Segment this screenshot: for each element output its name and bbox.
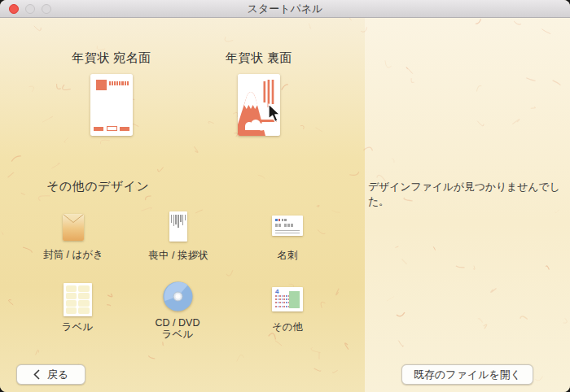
- design-item-nenga-address-side[interactable]: 年賀状 宛名面: [59, 50, 164, 136]
- design-item-labels[interactable]: ラベル: [37, 283, 118, 334]
- cd-dvd-label-line2: ラベル: [162, 329, 193, 340]
- back-button-label: 戻る: [47, 368, 68, 382]
- zipcode-boxes: [109, 81, 129, 85]
- design-item-other[interactable]: 4 その他: [247, 285, 328, 334]
- labels-label: ラベル: [62, 320, 93, 334]
- envelope-hagaki-label: 封筒 / はがき: [43, 248, 103, 262]
- misc-card-green-block: [289, 291, 300, 308]
- business-card-icon: [272, 216, 303, 236]
- minimize-button[interactable]: [25, 4, 35, 14]
- chevron-left-icon: [33, 369, 40, 380]
- titlebar: スタートパネル: [0, 0, 570, 18]
- design-item-nenga-back-side[interactable]: 年賀状 裏面: [206, 50, 312, 136]
- traffic-lights: [9, 4, 51, 14]
- design-item-mourning-greeting[interactable]: 喪中 / 挨拶状: [138, 210, 219, 263]
- envelope-icon: [63, 214, 84, 241]
- label-sheet-icon: [64, 283, 92, 316]
- open-existing-file-button[interactable]: 既存のファイルを開く: [401, 364, 533, 385]
- postcard-address-icon: [90, 74, 133, 136]
- cd-dvd-label-line1: CD / DVD: [156, 317, 200, 329]
- maximize-button[interactable]: [42, 4, 51, 14]
- misc-card-icon: 4: [272, 287, 303, 311]
- design-item-envelope-hagaki[interactable]: 封筒 / はがき: [33, 211, 114, 262]
- business-card-label: 名刺: [278, 249, 298, 263]
- mourning-card-icon: [169, 211, 187, 242]
- content-area: 年賀状 宛名面 年賀状 裏面: [0, 18, 570, 392]
- no-design-files-message: デザインファイルが見つかりませんでした。: [368, 180, 570, 209]
- cd-dvd-icon: [163, 281, 193, 311]
- open-existing-file-label: 既存のファイルを開く: [414, 368, 521, 382]
- mourning-greeting-label: 喪中 / 挨拶状: [149, 249, 208, 263]
- design-item-cd-dvd-label[interactable]: CD / DVD ラベル: [137, 281, 218, 340]
- window-title: スタートパネル: [0, 2, 570, 16]
- design-item-business-card[interactable]: 名刺: [247, 210, 328, 263]
- nenga-back-side-label: 年賀状 裏面: [226, 50, 292, 66]
- other-label: その他: [272, 320, 303, 334]
- misc-card-number: 4: [275, 288, 278, 295]
- back-button[interactable]: 戻る: [16, 364, 86, 385]
- nenga-address-side-label: 年賀状 宛名面: [72, 50, 151, 66]
- other-designs-heading: その他のデザイン: [46, 179, 149, 194]
- close-button[interactable]: [9, 4, 19, 14]
- start-panel-window: 年賀状 宛名面 年賀状 裏面: [0, 0, 570, 392]
- postcard-footer-marks: [90, 126, 133, 131]
- mount-fuji-illustration: [238, 74, 280, 136]
- postcard-fuji-icon: [238, 74, 280, 136]
- stamp-square: [96, 80, 107, 90]
